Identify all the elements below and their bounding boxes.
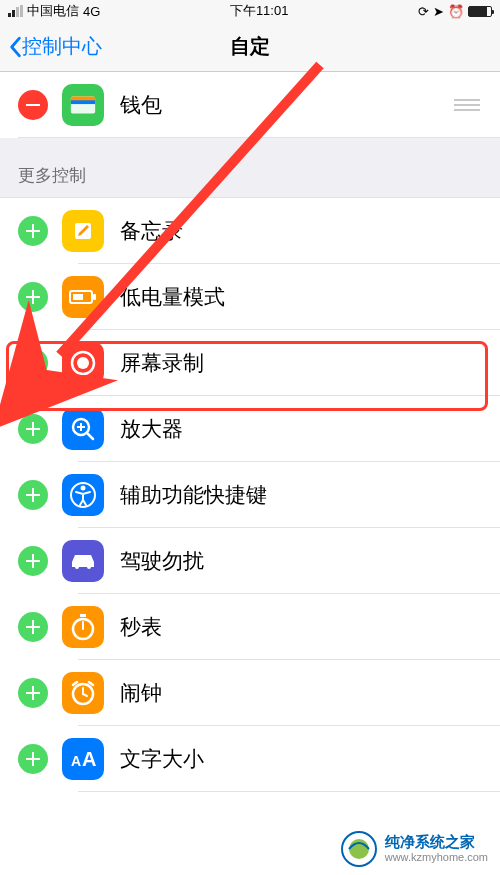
carrier-label: 中国电信 bbox=[27, 2, 79, 20]
list-item[interactable]: 屏幕录制 bbox=[0, 330, 500, 396]
list-item-label: 闹钟 bbox=[120, 679, 162, 707]
signal-icon bbox=[8, 5, 23, 17]
list-item-label: 驾驶勿扰 bbox=[120, 547, 204, 575]
chevron-left-icon bbox=[8, 36, 22, 58]
alarm-icon: ⏰ bbox=[448, 4, 464, 19]
status-time: 下午11:01 bbox=[230, 2, 289, 20]
status-bar: 中国电信 4G 下午11:01 ⟳ ➤ ⏰ bbox=[0, 0, 500, 22]
car-icon bbox=[62, 540, 104, 582]
add-button[interactable] bbox=[18, 414, 48, 444]
back-button[interactable]: 控制中心 bbox=[0, 33, 110, 60]
svg-text:A: A bbox=[71, 753, 81, 769]
page-title: 自定 bbox=[230, 33, 270, 60]
magnifier-icon bbox=[62, 408, 104, 450]
watermark: 纯净系统之家 www.kzmyhome.com bbox=[341, 831, 488, 867]
watermark-icon bbox=[341, 831, 377, 867]
svg-rect-2 bbox=[71, 100, 95, 104]
watermark-url: www.kzmyhome.com bbox=[385, 851, 488, 864]
list-item-label: 秒表 bbox=[120, 613, 162, 641]
alarm-clock-icon bbox=[62, 672, 104, 714]
screen-record-icon bbox=[62, 342, 104, 384]
list-item[interactable]: 备忘录 bbox=[0, 198, 500, 264]
add-button[interactable] bbox=[18, 678, 48, 708]
location-icon: ➤ bbox=[433, 4, 444, 19]
list-item-label: 文字大小 bbox=[120, 745, 204, 773]
lock-icon: ⟳ bbox=[418, 4, 429, 19]
back-label: 控制中心 bbox=[22, 33, 102, 60]
stopwatch-icon bbox=[62, 606, 104, 648]
battery-icon bbox=[468, 6, 492, 17]
svg-line-21 bbox=[73, 682, 77, 685]
included-controls-list: 钱包 bbox=[0, 72, 500, 138]
drag-handle-icon[interactable] bbox=[454, 99, 480, 111]
network-label: 4G bbox=[83, 4, 100, 19]
list-item[interactable]: 低电量模式 bbox=[0, 264, 500, 330]
notes-icon bbox=[62, 210, 104, 252]
list-item[interactable]: 秒表 bbox=[0, 594, 500, 660]
svg-line-10 bbox=[87, 433, 93, 439]
svg-text:A: A bbox=[82, 748, 96, 770]
list-item-label: 低电量模式 bbox=[120, 283, 225, 311]
add-button[interactable] bbox=[18, 282, 48, 312]
low-power-icon bbox=[62, 276, 104, 318]
svg-point-8 bbox=[77, 357, 89, 369]
list-item[interactable]: 钱包 bbox=[0, 72, 500, 138]
text-size-icon: AA bbox=[62, 738, 104, 780]
svg-rect-5 bbox=[93, 294, 96, 300]
svg-line-22 bbox=[89, 682, 93, 685]
list-item[interactable]: 闹钟 bbox=[0, 660, 500, 726]
section-header-more: 更多控制 bbox=[0, 138, 500, 198]
add-button[interactable] bbox=[18, 348, 48, 378]
watermark-title: 纯净系统之家 bbox=[385, 833, 488, 851]
list-item-label: 备忘录 bbox=[120, 217, 183, 245]
svg-point-14 bbox=[81, 486, 86, 491]
add-button[interactable] bbox=[18, 612, 48, 642]
svg-rect-17 bbox=[80, 614, 86, 617]
list-item[interactable]: 辅助功能快捷键 bbox=[0, 462, 500, 528]
more-controls-list: 备忘录 低电量模式 屏幕录制 放大器 辅助功能快捷键 驾驶勿扰 秒表 bbox=[0, 198, 500, 792]
list-item-label: 屏幕录制 bbox=[120, 349, 204, 377]
remove-button[interactable] bbox=[18, 90, 48, 120]
add-button[interactable] bbox=[18, 480, 48, 510]
list-item-label: 辅助功能快捷键 bbox=[120, 481, 267, 509]
add-button[interactable] bbox=[18, 744, 48, 774]
add-button[interactable] bbox=[18, 216, 48, 246]
list-item[interactable]: 驾驶勿扰 bbox=[0, 528, 500, 594]
list-item-label: 钱包 bbox=[120, 91, 162, 119]
svg-rect-6 bbox=[73, 294, 83, 300]
add-button[interactable] bbox=[18, 546, 48, 576]
list-item[interactable]: 放大器 bbox=[0, 396, 500, 462]
list-item[interactable]: AA 文字大小 bbox=[0, 726, 500, 792]
list-item-label: 放大器 bbox=[120, 415, 183, 443]
wallet-icon bbox=[62, 84, 104, 126]
svg-line-20 bbox=[83, 694, 87, 696]
accessibility-icon bbox=[62, 474, 104, 516]
navigation-bar: 控制中心 自定 bbox=[0, 22, 500, 72]
